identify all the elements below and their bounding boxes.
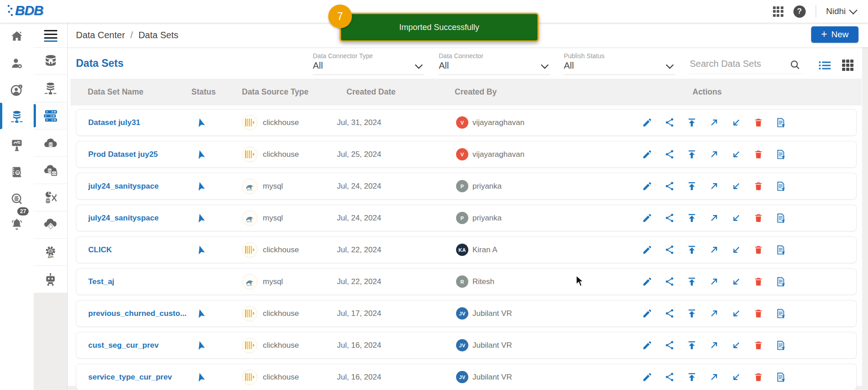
user-menu[interactable]: Nidhi <box>826 6 856 16</box>
edit-icon[interactable] <box>641 340 653 351</box>
arrow-up-right-icon[interactable] <box>708 276 720 288</box>
dataset-name-link[interactable]: Dataset july31 <box>76 118 140 127</box>
arrow-up-right-icon[interactable] <box>708 212 720 224</box>
sidebar-item-data-as-api[interactable]: </> <box>34 157 67 184</box>
document-filter-icon[interactable] <box>775 340 787 351</box>
share-icon[interactable] <box>663 371 675 383</box>
arrow-up-right-icon[interactable] <box>708 340 720 351</box>
menu-toggle[interactable] <box>34 23 67 47</box>
arrow-up-right-icon[interactable] <box>708 371 720 383</box>
filter-data-connector-type[interactable]: Data Connector Type All <box>313 51 424 75</box>
delete-icon[interactable] <box>753 180 764 192</box>
share-icon[interactable] <box>663 117 675 129</box>
apps-grid-icon[interactable] <box>773 6 783 17</box>
arrow-up-right-icon[interactable] <box>708 117 720 129</box>
sidebar-item-home[interactable] <box>0 23 34 50</box>
publish-icon[interactable] <box>686 212 697 224</box>
arrow-up-right-icon[interactable] <box>708 308 720 320</box>
sidebar-item-data-catalog[interactable] <box>0 159 34 185</box>
document-filter-icon[interactable] <box>775 244 787 256</box>
help-icon[interactable]: ? <box>793 5 806 18</box>
share-icon[interactable] <box>663 212 675 224</box>
arrow-down-left-icon[interactable] <box>730 117 742 129</box>
edit-icon[interactable] <box>641 276 653 288</box>
dataset-name-link[interactable]: CLICK <box>76 245 112 254</box>
arrow-up-right-icon[interactable] <box>708 180 720 192</box>
breadcrumb-data-center[interactable]: Data Center <box>76 30 125 40</box>
dataset-name-link[interactable]: july24_sanityspace <box>76 214 159 222</box>
edit-icon[interactable] <box>641 180 653 192</box>
arrow-up-right-icon[interactable] <box>708 244 720 256</box>
dataset-name-link[interactable]: cust_seg_cur_prev <box>76 341 159 350</box>
share-icon[interactable] <box>663 244 675 256</box>
delete-icon[interactable] <box>753 308 764 320</box>
grid-view-icon[interactable] <box>842 60 853 71</box>
edit-icon[interactable] <box>641 212 653 224</box>
share-icon[interactable] <box>663 180 675 192</box>
publish-icon[interactable] <box>686 340 697 351</box>
delete-icon[interactable] <box>753 371 764 383</box>
dataset-name-link[interactable]: previous_churned_custo... <box>76 309 186 318</box>
sidebar-item-cloud-datastore[interactable] <box>34 130 67 156</box>
arrow-down-left-icon[interactable] <box>730 308 742 320</box>
sidebar-item-data-sets[interactable] <box>34 102 67 129</box>
breadcrumb-data-sets[interactable]: Data Sets <box>138 30 178 40</box>
sidebar-item-bot[interactable] <box>34 266 67 293</box>
publish-icon[interactable] <box>686 244 697 256</box>
share-icon[interactable] <box>663 340 675 351</box>
document-filter-icon[interactable] <box>775 276 787 288</box>
list-view-icon[interactable] <box>818 60 831 73</box>
delete-icon[interactable] <box>753 276 764 288</box>
share-icon[interactable] <box>663 308 675 320</box>
sidebar-item-notifications[interactable]: 27 <box>0 211 34 237</box>
document-filter-icon[interactable] <box>775 180 787 192</box>
arrow-down-left-icon[interactable] <box>730 244 742 256</box>
dataset-name-link[interactable]: july24_sanityspace <box>76 182 159 190</box>
arrow-down-left-icon[interactable] <box>730 340 742 351</box>
sidebar-item-api-services[interactable]: API <box>34 239 67 265</box>
publish-icon[interactable] <box>686 117 697 129</box>
arrow-down-left-icon[interactable] <box>730 149 742 160</box>
new-button[interactable]: + New <box>811 26 858 43</box>
publish-icon[interactable] <box>686 149 697 160</box>
edit-icon[interactable] <box>641 117 653 129</box>
sidebar-item-sandbox[interactable] <box>34 211 67 238</box>
dataset-name-link[interactable]: Test_aj <box>76 277 114 286</box>
sidebar-item-data-center[interactable] <box>0 104 34 130</box>
publish-icon[interactable] <box>686 371 697 383</box>
document-filter-icon[interactable] <box>775 212 787 224</box>
delete-icon[interactable] <box>753 340 764 351</box>
search-icon[interactable] <box>789 59 801 72</box>
document-filter-icon[interactable] <box>775 149 787 160</box>
publish-icon[interactable] <box>686 308 697 320</box>
delete-icon[interactable] <box>753 149 764 160</box>
edit-icon[interactable] <box>641 244 653 256</box>
sidebar-item-data-preparation[interactable] <box>34 184 67 211</box>
share-icon[interactable] <box>663 276 675 288</box>
arrow-down-left-icon[interactable] <box>730 371 742 383</box>
sidebar-item-training[interactable] <box>0 132 34 158</box>
dataset-name-link[interactable]: service_type_cur_prev <box>76 373 172 381</box>
filter-publish-status[interactable]: Publish Status All <box>564 51 675 75</box>
publish-icon[interactable] <box>686 180 697 192</box>
arrow-down-left-icon[interactable] <box>730 180 742 192</box>
edit-icon[interactable] <box>641 308 653 320</box>
document-filter-icon[interactable] <box>775 308 787 320</box>
edit-icon[interactable] <box>641 149 653 160</box>
document-filter-icon[interactable] <box>775 371 787 383</box>
edit-icon[interactable] <box>641 371 653 383</box>
sidebar-item-user-admin[interactable] <box>0 50 34 76</box>
document-filter-icon[interactable] <box>775 117 787 129</box>
sidebar-item-data-search[interactable] <box>0 185 34 212</box>
arrow-down-left-icon[interactable] <box>730 276 742 288</box>
sidebar-item-data-store-home[interactable] <box>34 48 67 75</box>
delete-icon[interactable] <box>753 244 764 256</box>
filter-data-connector[interactable]: Data Connector All <box>439 51 550 75</box>
delete-icon[interactable] <box>753 117 764 129</box>
search-input[interactable] <box>689 58 804 70</box>
arrow-up-right-icon[interactable] <box>708 149 720 160</box>
dataset-name-link[interactable]: Prod Dataset juy25 <box>76 150 158 159</box>
publish-icon[interactable] <box>686 276 697 288</box>
sidebar-item-data-connectors[interactable] <box>34 75 67 102</box>
share-icon[interactable] <box>663 149 675 160</box>
